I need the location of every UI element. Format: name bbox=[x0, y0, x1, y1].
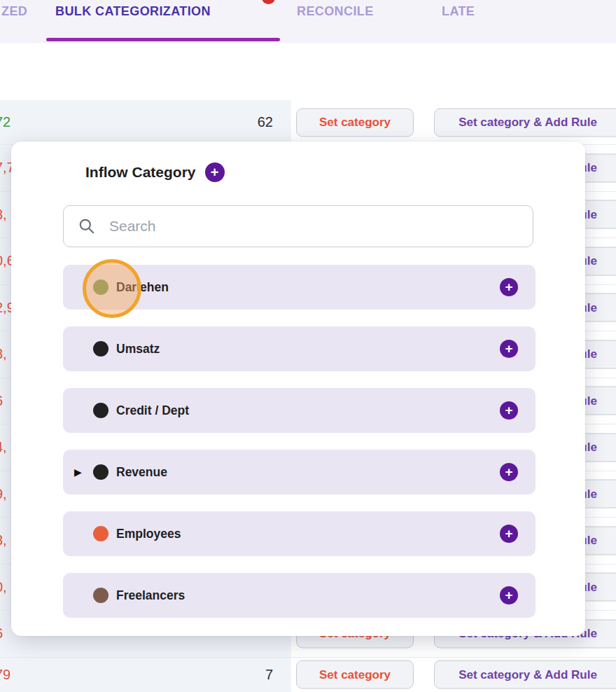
category-color-dot bbox=[93, 279, 108, 295]
notification-badge bbox=[262, 0, 275, 4]
table-row: 79 7 Set category Set category & Add Rul… bbox=[0, 658, 616, 692]
row-value: 3, bbox=[0, 346, 7, 362]
category-color-dot bbox=[93, 588, 108, 603]
tab-categorized-partial[interactable]: ZED bbox=[1, 4, 27, 19]
tab-late[interactable]: LATE bbox=[442, 4, 475, 19]
category-item-employees[interactable]: Employees + bbox=[63, 511, 536, 556]
expander-icon[interactable]: ▶ bbox=[74, 467, 82, 477]
category-color-dot bbox=[93, 464, 108, 480]
category-label: Umsatz bbox=[116, 342, 160, 357]
category-label: Credit / Dept bbox=[116, 403, 189, 418]
add-subcategory-button[interactable]: + bbox=[500, 525, 518, 543]
category-label: Darlehen bbox=[116, 280, 169, 295]
search-icon bbox=[78, 217, 96, 235]
add-subcategory-button[interactable]: + bbox=[500, 586, 518, 604]
category-color-dot bbox=[93, 341, 108, 357]
row-value: 3, bbox=[0, 532, 7, 548]
search-input[interactable] bbox=[108, 217, 519, 235]
table-header: ue Occurrence Category Category & Rule bbox=[0, 43, 616, 100]
row-value: 6 bbox=[0, 625, 3, 642]
category-item-revenue[interactable]: ▶ Revenue + bbox=[63, 450, 536, 494]
set-category-add-rule-button[interactable]: Set category & Add Rule bbox=[434, 660, 616, 689]
row-value: 3, bbox=[0, 207, 7, 223]
category-color-dot bbox=[93, 526, 108, 541]
search-box bbox=[63, 205, 533, 247]
active-tab-underline bbox=[46, 38, 280, 41]
tab-reconcile[interactable]: RECONCILE bbox=[297, 4, 374, 19]
table-row: 72 62 Set category Set category & Add Ru… bbox=[0, 100, 616, 145]
category-label: Employees bbox=[116, 527, 181, 541]
add-subcategory-button[interactable]: + bbox=[500, 401, 518, 420]
add-subcategory-button[interactable]: + bbox=[500, 278, 518, 296]
set-category-add-rule-button[interactable]: Set category & Add Rule bbox=[434, 108, 616, 137]
category-color-dot bbox=[93, 403, 108, 418]
row-value: 6 bbox=[0, 393, 3, 409]
row-left-zone: 72 62 bbox=[0, 100, 291, 144]
tab-bar: ZED BULK CATEGORIZATION RECONCILE LATE bbox=[0, 0, 616, 43]
category-list: Darlehen + Umsatz + Credit / Dept + ▶ Re… bbox=[63, 265, 536, 635]
row-occurrence: 7 bbox=[265, 667, 273, 683]
category-item-umsatz[interactable]: Umsatz + bbox=[63, 326, 536, 371]
row-occurrence: 62 bbox=[258, 114, 273, 130]
add-category-button[interactable]: + bbox=[205, 162, 225, 182]
category-label: Revenue bbox=[116, 465, 167, 480]
row-value: 0, bbox=[0, 579, 7, 595]
row-value: 79 bbox=[0, 667, 10, 683]
category-label: Freelancers bbox=[116, 588, 185, 603]
category-item-freelancers[interactable]: Freelancers + bbox=[63, 573, 536, 618]
category-item-darlehen[interactable]: Darlehen + bbox=[63, 265, 536, 310]
add-subcategory-button[interactable]: + bbox=[500, 463, 518, 481]
row-value: 9, bbox=[0, 486, 7, 502]
tab-bulk-categorization[interactable]: BULK CATEGORIZATION bbox=[55, 4, 211, 19]
set-category-button[interactable]: Set category bbox=[296, 660, 414, 689]
set-category-button[interactable]: Set category bbox=[296, 108, 414, 137]
row-value: 4, bbox=[0, 439, 7, 455]
row-value: 72 bbox=[0, 114, 10, 130]
inflow-category-modal: Inflow Category + Darlehen + Umsatz + bbox=[11, 141, 585, 636]
bulk-categorization-screen: ZED BULK CATEGORIZATION RECONCILE LATE u… bbox=[0, 0, 616, 692]
row-left-zone: 79 7 bbox=[0, 658, 291, 692]
modal-title: Inflow Category bbox=[85, 164, 196, 181]
add-subcategory-button[interactable]: + bbox=[500, 340, 518, 358]
modal-header: Inflow Category + bbox=[85, 162, 225, 182]
category-item-credit-dept[interactable]: Credit / Dept + bbox=[63, 388, 536, 433]
